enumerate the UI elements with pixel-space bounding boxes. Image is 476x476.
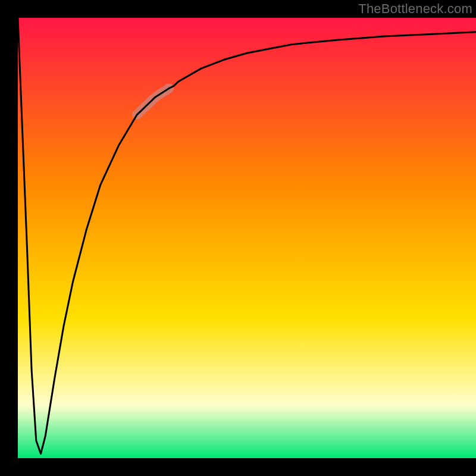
frame-left — [0, 0, 18, 476]
bottleneck-chart — [0, 0, 476, 476]
plot-background — [18, 18, 476, 458]
chart-container: TheBottleneck.com — [0, 0, 476, 476]
frame-bottom — [0, 458, 476, 476]
attribution-label: TheBottleneck.com — [358, 1, 472, 17]
